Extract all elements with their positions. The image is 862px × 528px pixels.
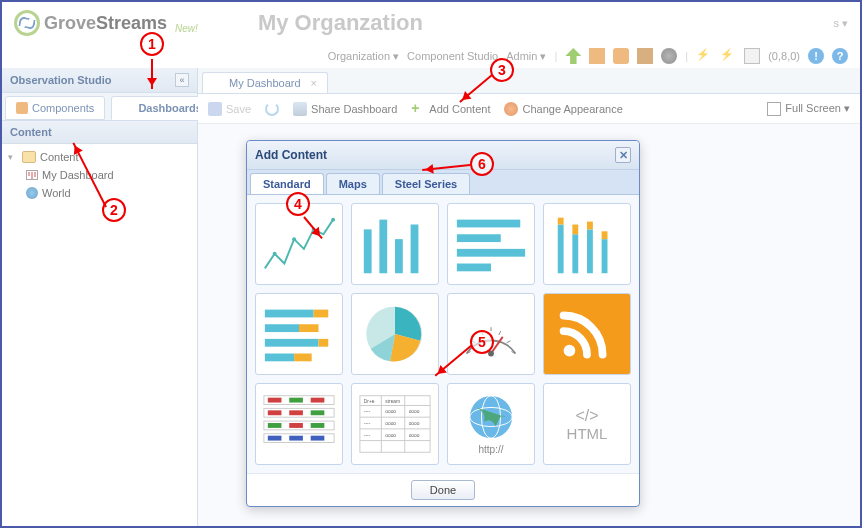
svg-rect-25 <box>319 339 329 347</box>
fullscreen-button[interactable]: Full Screen ▾ <box>767 102 850 116</box>
brand-name: GroveStreams <box>44 13 167 34</box>
widget-hbar-chart[interactable] <box>447 203 535 285</box>
svg-point-3 <box>331 218 335 222</box>
collapse-button[interactable]: « <box>175 73 189 87</box>
widget-status-leds[interactable] <box>255 383 343 465</box>
widget-rss[interactable] <box>543 293 631 375</box>
dialog-tab-maps[interactable]: Maps <box>326 173 380 194</box>
widget-pie-chart[interactable] <box>351 293 439 375</box>
svg-rect-19 <box>602 231 608 239</box>
content-title: Content <box>10 126 52 138</box>
tree-item-content[interactable]: ▾ Content <box>2 148 197 166</box>
gear-icon[interactable] <box>661 48 677 64</box>
widget-html[interactable]: </> HTML <box>543 383 631 465</box>
brand-logo: GroveStreams New! <box>14 10 198 36</box>
appearance-icon <box>504 102 518 116</box>
counter-label: (0,8,0) <box>768 50 800 62</box>
svg-rect-12 <box>558 225 564 274</box>
html-top: </> <box>567 407 608 425</box>
widget-gauge[interactable] <box>447 293 535 375</box>
widget-stacked-column[interactable] <box>543 203 631 285</box>
grid-icon[interactable] <box>589 48 605 64</box>
svg-rect-20 <box>265 310 314 318</box>
svg-point-0 <box>273 252 277 256</box>
svg-point-38 <box>564 345 576 357</box>
svg-rect-16 <box>587 229 593 273</box>
widget-stacked-hbar[interactable] <box>255 293 343 375</box>
tab-components[interactable]: Components <box>5 96 105 120</box>
sidebar-tabs: Components Dashboards <box>2 93 197 121</box>
svg-text:oooo: oooo <box>385 409 396 414</box>
svg-rect-17 <box>587 222 593 230</box>
button-label: Change Appearance <box>522 103 622 115</box>
main-tab-my-dashboard[interactable]: My Dashboard × <box>202 72 328 93</box>
nav-component-studio[interactable]: Component Studio <box>407 50 498 62</box>
svg-rect-49 <box>289 423 303 428</box>
tab-label: Dashboards <box>138 102 202 114</box>
globe-icon <box>26 187 38 199</box>
tree-item-world[interactable]: World <box>2 184 197 202</box>
nav-organization[interactable]: Organization ▾ <box>328 50 399 63</box>
svg-rect-15 <box>572 225 578 235</box>
svg-rect-6 <box>395 239 403 273</box>
svg-point-1 <box>292 237 296 241</box>
svg-rect-14 <box>572 234 578 273</box>
widget-data-table[interactable]: Dr+estream----oooooooo----oooooooo----oo… <box>351 383 439 465</box>
widget-column-chart[interactable] <box>351 203 439 285</box>
content-tree-panel: ▾ Content My Dashboard World <box>2 144 197 526</box>
button-label: Full Screen ▾ <box>785 102 850 115</box>
tab-label: My Dashboard <box>229 77 301 89</box>
svg-rect-23 <box>299 324 319 332</box>
user-menu[interactable]: s ▾ <box>833 17 848 30</box>
widget-line-chart[interactable] <box>255 203 343 285</box>
done-button[interactable]: Done <box>411 480 475 500</box>
svg-point-37 <box>488 351 494 357</box>
box-icon[interactable] <box>637 48 653 64</box>
svg-text:oooo: oooo <box>385 433 396 438</box>
mail-icon[interactable] <box>744 48 760 64</box>
dialog-close-button[interactable]: ✕ <box>615 147 631 163</box>
svg-line-33 <box>499 331 501 335</box>
upload-icon[interactable] <box>565 48 581 64</box>
folder-icon <box>22 151 36 163</box>
tree: ▾ Content My Dashboard World <box>2 144 197 206</box>
info-icon[interactable]: ! <box>808 48 824 64</box>
svg-point-2 <box>312 227 316 231</box>
separator: | <box>685 50 688 62</box>
svg-rect-18 <box>602 239 608 273</box>
http-label: http:// <box>467 444 515 455</box>
refresh-button[interactable] <box>265 102 279 116</box>
widget-http[interactable]: http:// <box>447 383 535 465</box>
html-bottom: HTML <box>567 425 608 442</box>
save-button[interactable]: Save <box>208 102 251 116</box>
button-label: Share Dashboard <box>311 103 397 115</box>
nav-admin[interactable]: Admin ▾ <box>506 50 546 63</box>
dialog-tab-standard[interactable]: Standard <box>250 173 324 194</box>
fullscreen-icon <box>767 102 781 116</box>
dialog-tab-steel-series[interactable]: Steel Series <box>382 173 470 194</box>
refresh-icon <box>265 102 279 116</box>
tree-label: World <box>42 187 71 199</box>
share-button[interactable]: Share Dashboard <box>293 102 397 116</box>
add-content-button[interactable]: +Add Content <box>411 102 490 116</box>
help-icon[interactable]: ? <box>832 48 848 64</box>
change-appearance-button[interactable]: Change Appearance <box>504 102 622 116</box>
bolt-icon[interactable]: ⚡ <box>720 48 736 64</box>
svg-rect-46 <box>311 410 325 415</box>
tree-toggle[interactable]: ▾ <box>8 152 18 162</box>
svg-text:oooo: oooo <box>409 433 420 438</box>
svg-rect-7 <box>411 225 419 274</box>
bolt-icon[interactable]: ⚡ <box>696 48 712 64</box>
separator: | <box>554 50 557 62</box>
svg-rect-53 <box>289 436 303 441</box>
svg-rect-21 <box>314 310 329 318</box>
svg-rect-52 <box>268 436 282 441</box>
svg-text:----: ---- <box>364 433 371 438</box>
svg-rect-44 <box>268 410 282 415</box>
dashboard-icon <box>26 170 38 180</box>
close-icon[interactable]: × <box>311 77 317 89</box>
org-title: My Organzation <box>258 10 423 36</box>
tab-label: Components <box>32 102 94 114</box>
feed-icon[interactable] <box>613 48 629 64</box>
tree-item-my-dashboard[interactable]: My Dashboard <box>2 166 197 184</box>
